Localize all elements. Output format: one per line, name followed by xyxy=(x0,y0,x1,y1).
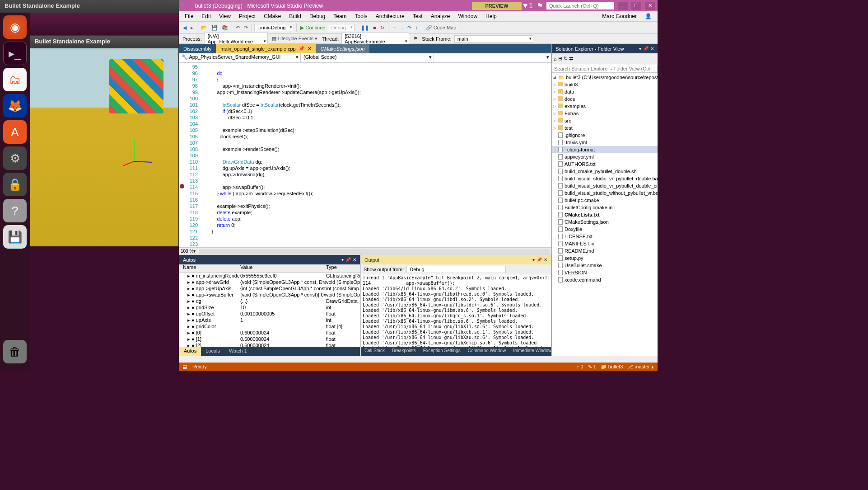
output-source-dropdown[interactable]: Debug xyxy=(406,266,506,273)
menu-window[interactable]: Window xyxy=(454,12,481,21)
sol-root[interactable]: ◢📁 bullet3 (C:\Users\mgoodner\source\rep… xyxy=(552,74,658,81)
menu-file[interactable]: File xyxy=(181,12,197,21)
sol-file[interactable]: xcode.command xyxy=(552,276,658,283)
pin-icon[interactable]: 📌 xyxy=(345,257,351,262)
pause-icon[interactable]: ❚❚ xyxy=(359,24,370,32)
process-dropdown[interactable]: [N/A] App_HelloWorld.exe xyxy=(205,33,268,45)
redo-icon[interactable]: ↷ xyxy=(243,24,249,32)
tab-cmakesettings[interactable]: CMakeSettings.json xyxy=(316,44,369,53)
autos-row[interactable]: ▸ ● upAxis1int xyxy=(179,317,360,323)
debug-dropdown[interactable]: Debug xyxy=(328,24,354,31)
menu-edit[interactable]: Edit xyxy=(197,12,215,21)
tab-locals[interactable]: Locals xyxy=(201,347,224,356)
autos-row[interactable]: ▸ ● app->getUpAxis{int (const SimpleOpen… xyxy=(179,285,360,292)
software-icon[interactable]: A xyxy=(3,120,27,144)
sol-folder[interactable]: ▷src xyxy=(552,117,658,124)
restart-icon[interactable]: ↻ xyxy=(379,24,386,32)
sol-file[interactable]: setup.py xyxy=(552,254,658,262)
nav-scope-dropdown[interactable]: (Global Scope) xyxy=(301,53,434,62)
menu-debug[interactable]: Debug xyxy=(305,12,329,21)
flag-filter-icon[interactable]: ⚑ xyxy=(412,35,419,42)
save-all-icon[interactable]: 📚 xyxy=(220,24,229,32)
autos-row[interactable]: ▸ ● app->drawGrid{void (SimpleOpenGL3App… xyxy=(179,279,360,285)
pin-icon[interactable]: 📌 xyxy=(643,46,649,51)
sol-file[interactable]: .gitignore xyxy=(552,132,658,139)
sync-icon[interactable]: ⇄ xyxy=(569,56,573,61)
save-icon[interactable]: 💾 xyxy=(210,24,219,32)
dropdown-icon[interactable]: ▾ xyxy=(639,46,641,51)
repo-button[interactable]: 📁 bullet3 xyxy=(601,364,623,370)
close-button[interactable]: ✕ xyxy=(645,2,655,10)
zoom-dropdown[interactable]: 100 % xyxy=(181,249,193,254)
sol-folder[interactable]: ▷Extras xyxy=(552,110,658,117)
sol-file[interactable]: VERSION xyxy=(552,269,658,276)
tab-watch1[interactable]: Watch 1 xyxy=(224,347,252,356)
sol-file[interactable]: Doxyfile xyxy=(552,226,658,233)
sol-file[interactable]: bullet.pc.cmake xyxy=(552,197,658,204)
tab-immediate[interactable]: Immediate Window xyxy=(509,347,555,356)
menu-team[interactable]: Team xyxy=(329,12,350,21)
firefox-icon[interactable]: 🦊 xyxy=(3,94,27,118)
tab-autos[interactable]: Autos xyxy=(179,347,201,356)
tab-exception[interactable]: Exception Settings xyxy=(420,347,464,356)
menu-project[interactable]: Project xyxy=(235,12,260,21)
sol-file[interactable]: CMakeLists.txt xyxy=(552,211,658,218)
sol-folder[interactable]: ▷build3 xyxy=(552,81,658,88)
tab-callstack[interactable]: Call Stack xyxy=(361,347,388,356)
lifecycle-icon[interactable]: ▦ Lifecycle Events ▾ xyxy=(271,35,319,42)
bullet-window[interactable]: Bullet Standalone Example xyxy=(30,35,179,246)
sol-folder[interactable]: ▷examples xyxy=(552,103,658,110)
lock-icon[interactable]: 🔒 xyxy=(3,173,27,196)
help-icon[interactable]: ? xyxy=(3,199,27,222)
quick-launch-input[interactable] xyxy=(546,2,614,9)
autos-row[interactable]: ▸ ● [0]0.600000024float xyxy=(179,330,360,336)
nav-member-dropdown[interactable] xyxy=(434,53,551,62)
sol-file[interactable]: .travis.yml xyxy=(552,139,658,146)
files-icon[interactable]: 🗂 xyxy=(3,68,27,91)
col-type[interactable]: Type xyxy=(326,264,360,272)
continue-button[interactable]: ▶ Continue xyxy=(299,24,327,32)
menu-cmake[interactable]: CMake xyxy=(260,12,285,21)
open-icon[interactable]: 📂 xyxy=(200,24,209,32)
codemap-button[interactable]: 🔗 Code Map xyxy=(425,24,458,32)
autos-row[interactable]: ▸ ● m_instancingRenderer0x555555c3ecf0GL… xyxy=(179,273,360,279)
sol-file[interactable]: build_visual_studio_vr_pybullet_double.b… xyxy=(552,175,658,182)
home-icon[interactable]: ⌂ xyxy=(554,56,557,61)
pending-up-icon[interactable]: ↑ 0 xyxy=(577,364,583,369)
collapse-icon[interactable]: ⊟ xyxy=(558,56,562,61)
sol-file[interactable]: _clang-format xyxy=(552,146,658,153)
tab-command[interactable]: Command Window xyxy=(464,347,509,356)
notification-icon[interactable]: ▼1 xyxy=(522,2,533,10)
pin-icon[interactable]: 📌 xyxy=(537,257,542,262)
stackframe-dropdown[interactable]: main xyxy=(454,35,533,42)
sol-file[interactable]: CMakeSettings.json xyxy=(552,218,658,226)
pin-icon[interactable]: 📌 xyxy=(299,46,305,52)
terminal-icon[interactable]: ▸_ xyxy=(3,42,27,65)
autos-row[interactable]: ▸ ● gridColorfloat [4] xyxy=(179,323,360,330)
sol-file[interactable]: BulletConfig.cmake.in xyxy=(552,204,658,211)
branch-button[interactable]: ⎇ master ▴ xyxy=(627,364,654,370)
signed-in-user[interactable]: Marc Goodner xyxy=(598,12,641,21)
sol-file[interactable]: UseBullet.cmake xyxy=(552,262,658,269)
menu-build[interactable]: Build xyxy=(285,12,305,21)
step-into-icon[interactable]: ↓ xyxy=(400,24,405,31)
minimize-button[interactable]: ─ xyxy=(618,2,628,10)
flag-icon[interactable]: ⚑ xyxy=(537,1,543,10)
menu-tools[interactable]: Tools xyxy=(351,12,372,21)
nav-back-icon[interactable]: ◀ xyxy=(182,24,188,32)
autos-row[interactable]: ▸ ● app->swapBuffer{void (SimpleOpenGL3A… xyxy=(179,292,360,298)
sol-file[interactable]: build_visual_studio_without_pybullet_vr.… xyxy=(552,189,658,197)
step-out-icon[interactable]: ↑ xyxy=(414,24,420,31)
config-dropdown[interactable]: Linux-Debug xyxy=(254,24,294,31)
close-icon[interactable]: ✕ xyxy=(544,257,547,262)
sol-file[interactable]: README.md xyxy=(552,247,658,254)
autos-row[interactable]: ▸ ● [1]0.600000024float xyxy=(179,336,360,342)
stop-icon[interactable]: ■ xyxy=(372,24,378,31)
sol-file[interactable]: build_visual_studio_vr_pybullet_double_c… xyxy=(552,182,658,189)
sol-file[interactable]: appveyor.yml xyxy=(552,153,658,160)
sol-folder[interactable]: ▷data xyxy=(552,88,658,95)
menu-view[interactable]: View xyxy=(215,12,235,21)
code-area[interactable]: 9596979899100101102103104105106107108109… xyxy=(179,63,545,246)
code-text[interactable]: do { app->m_instancingRenderer->init(); … xyxy=(206,64,361,246)
sol-file[interactable]: LICENSE.txt xyxy=(552,233,658,240)
